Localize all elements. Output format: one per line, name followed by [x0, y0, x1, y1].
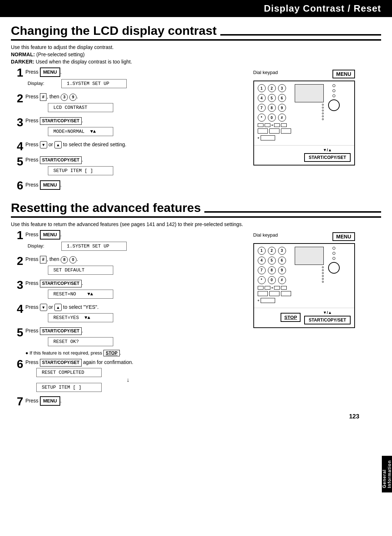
menu-diag-label-1: MENU — [332, 70, 355, 78]
step-1-3: 3 Press START/COPY/SET. MODE=NORMAL ▼▲ — [11, 116, 220, 137]
menu-diag-label-2: MENU — [332, 232, 355, 241]
diagram-1: 1 2 3 4 5 6 7 — [253, 81, 355, 165]
dial-keypad-label-2: Dial keypad — [253, 232, 278, 241]
key-hash-2[interactable]: # — [40, 256, 47, 263]
vertical-tab: GeneralInformation — [382, 456, 392, 492]
down-up-label: ▼/▲ — [304, 148, 350, 152]
key-up-2[interactable]: ▲ — [54, 304, 62, 311]
key-start-copy-set-4[interactable]: START/COPY/SET — [40, 327, 82, 335]
display-1-2: LCD CONTRAST — [48, 103, 113, 112]
step-1-1: 1 Press MENU. Display: 1.SYSTEM SET UP — [11, 66, 220, 89]
display-1-5: SETUP ITEM [ ] — [48, 166, 113, 175]
section1-diagram: Dial keypad MENU 1 2 3 — [227, 66, 381, 165]
section1-normal: NORMAL: (Pre-selected setting) — [11, 52, 381, 57]
key-down-2[interactable]: ▼ — [40, 304, 47, 311]
dial-keypad-label-1: Dial keypad — [253, 70, 278, 78]
section2-two-col: 1 Press MENU. Display: 1.SYSTEM SET UP 2 — [11, 229, 381, 410]
section1-title: Changing the LCD display contrast — [11, 24, 381, 41]
step-2-6: 6 Press START/COPY/SET again for confirm… — [11, 357, 220, 392]
key-menu-3[interactable]: MENU — [40, 230, 60, 240]
section2-steps: 1 Press MENU. Display: 1.SYSTEM SET UP 2 — [11, 229, 220, 410]
section1-desc: Use this feature to adjust the display c… — [11, 44, 381, 50]
section2-desc: Use this feature to return the advanced … — [11, 221, 381, 227]
key-3[interactable]: 3 — [61, 94, 68, 101]
step-2-4: 4 Press ▼ or ▲ to select "YES". RESET=YE… — [11, 302, 220, 323]
step-1-4: 4 Press ▼ or ▲ to select the desired set… — [11, 140, 220, 152]
key-start-copy-set-1[interactable]: START/COPY/SET — [40, 117, 82, 125]
display-2-3: RESET=NO ▼▲ — [48, 290, 113, 299]
page-content: Changing the LCD display contrast Use th… — [0, 24, 392, 431]
key-up-1[interactable]: ▲ — [54, 141, 62, 148]
start-copy-set-diag-1: START/COPY/SET — [304, 153, 350, 162]
start-copy-set-diag-2: START/COPY/SET — [304, 316, 350, 324]
section1-two-col: 1 Press MENU. Display: 1.SYSTEM SET UP 2 — [11, 66, 381, 194]
display-2-2: SET DEFAULT — [48, 266, 113, 275]
display-2-6b: SETUP ITEM [ ] — [36, 383, 102, 392]
display-1-1: 1.SYSTEM SET UP — [61, 79, 127, 88]
step-2-1: 1 Press MENU. Display: 1.SYSTEM SET UP — [11, 229, 220, 251]
key-8[interactable]: 8 — [61, 256, 68, 263]
page-title: Display Contrast / Reset — [264, 3, 381, 14]
key-0[interactable]: 0 — [69, 256, 77, 263]
key-start-copy-set-3[interactable]: START/COPY/SET — [40, 280, 82, 287]
step-2-5: 5 Press START/COPY/SET. RESET OK? — [11, 326, 220, 347]
section2-title: Resetting the advanced features — [11, 201, 381, 218]
key-menu-4[interactable]: MENU — [40, 396, 60, 406]
down-up-label-2: ▼/▲ — [304, 310, 350, 315]
key-hash-1[interactable]: # — [40, 93, 47, 101]
section1-darker: DARKER: Used when the display contrast i… — [11, 59, 381, 65]
section-reset: Resetting the advanced features Use this… — [11, 201, 381, 410]
page-number: 123 — [11, 410, 381, 420]
step-2-3: 3 Press START/COPY/SET. RESET=NO ▼▲ — [11, 278, 220, 299]
key-start-copy-set-5[interactable]: START/COPY/SET — [40, 359, 82, 367]
step-2-2: 2 Press #, then 8 0. SET DEFAULT — [11, 254, 220, 275]
key-9[interactable]: 9 — [69, 94, 77, 101]
display-2-6a: RESET COMPLETED — [36, 368, 102, 377]
key-menu-2[interactable]: MENU — [40, 180, 60, 190]
key-start-copy-set-2[interactable]: START/COPY/SET — [40, 156, 82, 164]
stop-btn-diag[interactable]: STOP — [281, 313, 301, 322]
step-1-6: 6 Press MENU. — [11, 179, 220, 191]
display-2-5: RESET OK? — [48, 337, 113, 346]
section2-diagram: Dial keypad MENU 1 2 3 — [227, 229, 381, 328]
display-2-1: 1.SYSTEM SET UP — [61, 242, 127, 251]
display-2-4: RESET=YES ▼▲ — [48, 313, 113, 322]
section1-steps: 1 Press MENU. Display: 1.SYSTEM SET UP 2 — [11, 66, 220, 194]
key-down-1[interactable]: ▼ — [40, 141, 47, 148]
page-header: Display Contrast / Reset — [0, 0, 392, 17]
bullet-note: ● If this feature is not required, press… — [25, 350, 220, 356]
step-1-2: 2 Press #, then 3 9. LCD CONTRAST — [11, 92, 220, 113]
key-menu-1[interactable]: MENU — [40, 67, 60, 77]
step-2-7: 7 Press MENU. — [11, 395, 220, 407]
section-lcd-contrast: Changing the LCD display contrast Use th… — [11, 24, 381, 194]
display-1-3: MODE=NORMAL ▼▲ — [48, 127, 113, 136]
key-stop-inline[interactable]: STOP — [103, 350, 119, 356]
diagram-2: 1 2 3 4 5 6 7 — [253, 243, 355, 328]
step-1-5: 5 Press START/COPY/SET. SETUP ITEM [ ] — [11, 155, 220, 176]
